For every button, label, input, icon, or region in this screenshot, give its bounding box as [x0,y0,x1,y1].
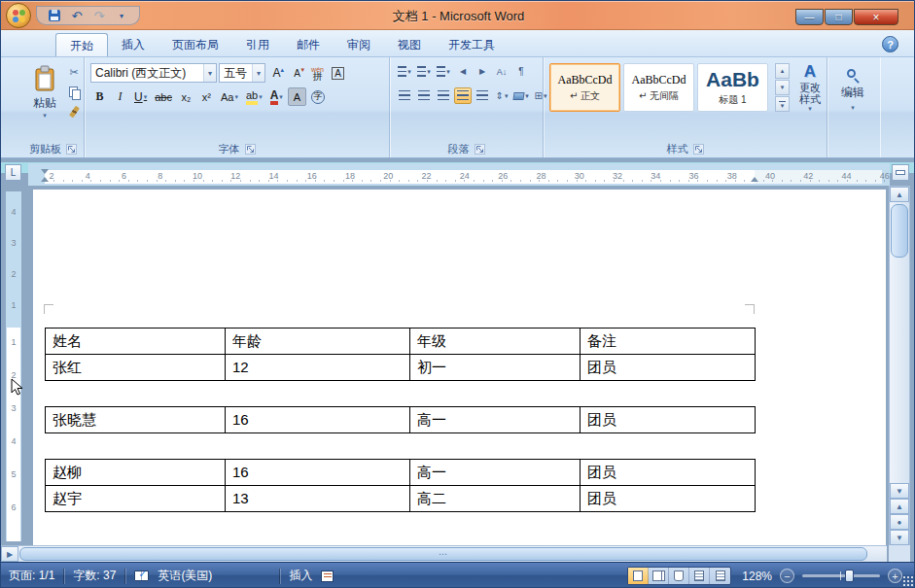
zoom-in-button[interactable]: + [888,569,902,583]
table-cell[interactable]: 团员 [581,460,756,486]
full-screen-reading-view-button[interactable] [649,568,669,584]
bullet-list-button[interactable]: ▾ [396,63,413,80]
styles-dialog-launcher[interactable] [693,144,704,155]
strikethrough-button[interactable]: abc [152,87,175,106]
superscript-button[interactable]: x² [197,87,216,106]
restore-button[interactable]: □ [825,9,853,25]
character-border-button[interactable]: A [329,64,347,83]
horizontal-scrollbar[interactable]: ◀ ⋯ ▶ [1,545,887,562]
style-无间隔[interactable]: AaBbCcDd↵ 无间隔 [623,63,694,112]
align-left-button[interactable] [396,87,413,104]
grow-font-button[interactable]: A▴ [267,64,286,83]
draft-view-button[interactable] [710,568,730,584]
print-layout-view-button[interactable] [628,568,649,584]
enclose-characters-button[interactable]: 字 [308,87,328,106]
tab-邮件[interactable]: 邮件 [283,33,334,56]
gallery-more-button[interactable]: ▾ [775,96,790,112]
underline-button[interactable]: U▾ [131,87,150,106]
language-indicator[interactable]: 英语(美国) [158,568,212,584]
select-browse-object-button[interactable]: ● [890,514,909,530]
distributed-button[interactable] [474,87,491,104]
table-cell[interactable]: 初一 [410,355,581,381]
web-layout-view-button[interactable] [669,568,689,584]
tab-页面布局[interactable]: 页面布局 [158,33,232,56]
close-button[interactable]: × [854,9,898,25]
table-cell[interactable]: 张红 [46,355,226,381]
zoom-slider-thumb[interactable] [845,570,854,582]
table-cell[interactable]: 高一 [410,460,581,486]
tab-视图[interactable]: 视图 [384,33,435,56]
table-cell[interactable]: 张晓慧 [46,407,226,433]
justify-button[interactable] [454,87,472,104]
right-indent-marker[interactable] [751,177,758,182]
scroll-up-button[interactable]: ▲ [890,187,909,202]
font-color-button[interactable]: A▾ [267,87,286,106]
horizontal-ruler[interactable]: 2468101214161820222426283032343638404244… [28,163,890,186]
tab-开始[interactable]: 开始 [55,33,108,56]
horizontal-scrollbar-thumb[interactable]: ⋯ [19,547,867,561]
previous-page-button[interactable]: ▲ [890,499,909,514]
word-count[interactable]: 字数: 37 [73,568,116,584]
editing-button[interactable]: 编辑 ▾ [832,63,873,127]
style-标题 1[interactable]: AaBb标题 1 [697,63,768,112]
increase-indent-button[interactable]: ▶ [474,63,491,80]
table-cell[interactable]: 备注 [581,329,756,355]
table-cell[interactable]: 赵宇 [46,486,226,512]
vertical-ruler[interactable]: 4321 123456 [6,191,21,541]
shrink-font-button[interactable]: A▾ [288,64,306,83]
table-cell[interactable]: 12 [226,355,410,381]
gallery-scroll-down-button[interactable]: ▾ [775,80,790,95]
table-cell[interactable]: 13 [226,486,410,512]
zoom-slider[interactable] [802,574,880,577]
decrease-indent-button[interactable]: ◀ [454,63,472,80]
table-cell[interactable]: 姓名 [46,329,226,355]
style-正文[interactable]: AaBbCcDd↵ 正文 [549,63,620,112]
minimize-button[interactable]: — [795,9,824,25]
table-cell[interactable]: 团员 [581,486,756,512]
line-spacing-button[interactable]: ⇕▾ [493,87,510,104]
proofing-status-icon[interactable] [134,571,149,581]
next-page-button[interactable]: ▼ [890,530,909,545]
tab-引用[interactable]: 引用 [232,33,283,56]
table-cell[interactable]: 高一 [410,407,581,433]
copy-button[interactable] [65,84,83,100]
bold-button[interactable]: B [90,87,109,106]
character-shading-button[interactable]: A [288,87,306,106]
zoom-level[interactable]: 128% [739,570,772,583]
font-family-select[interactable]: Calibri (西文正文) ▾ [90,63,217,83]
table-cell[interactable]: 年龄 [226,329,410,355]
change-styles-button[interactable]: A 更改样式 ▾ [794,62,826,130]
cut-button[interactable]: ✂ [65,64,83,81]
table-cell[interactable]: 团员 [581,355,756,381]
scroll-right-button[interactable]: ▶ [1,546,18,562]
table-cell[interactable]: 团员 [581,407,756,433]
align-center-button[interactable] [415,87,433,104]
font-size-select[interactable]: 五号 ▾ [219,63,265,83]
document-page[interactable]: 姓名年龄年级备注张红12初一团员 张晓慧16高一团员 赵柳16高一团员赵宇13高… [33,190,886,562]
hanging-indent-marker[interactable] [41,177,49,182]
phonetic-guide-button[interactable]: wén拼 [308,64,327,83]
resize-grip[interactable] [902,575,914,587]
vertical-scrollbar-thumb[interactable] [891,204,908,258]
zoom-out-button[interactable]: − [780,569,794,583]
paragraph-dialog-launcher[interactable] [475,144,485,155]
table-cell[interactable]: 赵柳 [46,460,226,486]
numbered-list-button[interactable]: ▾ [415,63,433,80]
tab-插入[interactable]: 插入 [108,33,158,56]
outline-view-button[interactable] [689,568,710,584]
table-cell[interactable]: 16 [226,407,410,433]
format-painter-button[interactable] [65,103,83,120]
gallery-scroll-up-button[interactable]: ▴ [775,63,790,79]
paste-button[interactable]: 粘贴 ▾ [27,62,62,128]
align-right-button[interactable] [435,87,452,104]
scroll-down-button[interactable]: ▼ [890,483,909,499]
help-button[interactable]: ? [882,36,898,52]
subscript-button[interactable]: x₂ [177,87,195,106]
tab-开发工具[interactable]: 开发工具 [435,33,509,56]
table-cell[interactable]: 年级 [410,329,581,355]
overtype-indicator[interactable]: 插入 [289,568,312,584]
change-case-button[interactable]: Aa▾ [218,87,241,106]
text-highlight-button[interactable]: ab▾ [243,87,265,106]
tab-stop-selector[interactable]: L [5,164,21,181]
font-dialog-launcher[interactable] [245,144,256,155]
